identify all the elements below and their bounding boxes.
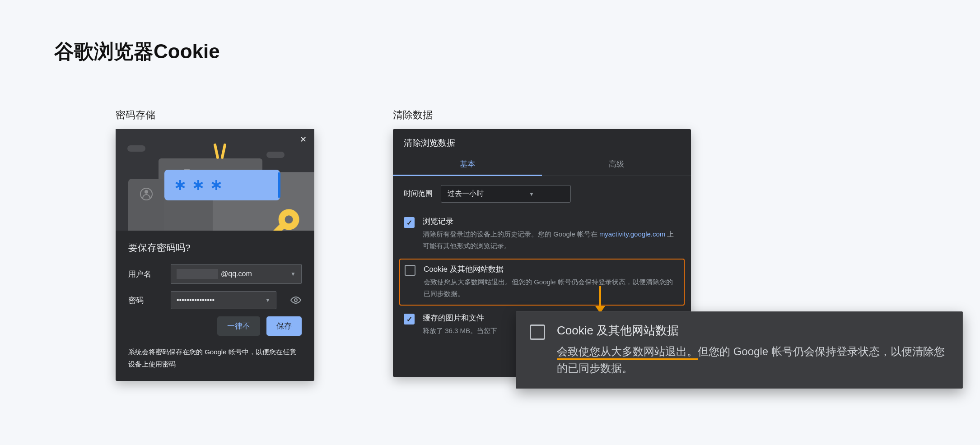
chevron-down-icon: ▼ — [290, 271, 296, 277]
cache-desc: 释放了 36.3 MB。当您下 — [423, 325, 497, 337]
never-button[interactable]: 一律不 — [217, 316, 260, 336]
chevron-down-icon: ▼ — [529, 191, 534, 197]
password-hero: ✕ — [116, 129, 314, 231]
checkbox-cache[interactable] — [404, 314, 415, 324]
cursor-indicator — [278, 172, 280, 198]
cloud-decoration — [266, 152, 285, 158]
username-label: 用户名 — [128, 269, 162, 279]
myactivity-link[interactable]: myactivity.google.com — [599, 230, 665, 238]
alert-lines — [215, 144, 225, 159]
checkbox-history[interactable] — [404, 217, 415, 228]
password-section-label: 密码存储 — [116, 108, 314, 122]
svg-point-0 — [294, 299, 297, 301]
highlighted-cookie-item: Cookie 及其他网站数据 会致使您从大多数网站退出。但您的 Google 帐… — [399, 259, 685, 306]
arrow-down-icon — [595, 286, 605, 313]
cookie-zoom-panel: Cookie 及其他网站数据 会致使您从大多数网站退出。但您的 Google 帐… — [516, 311, 963, 389]
password-select[interactable]: ••••••••••••••• ▼ — [171, 291, 276, 309]
checkbox-cookies-zoom[interactable] — [530, 324, 545, 340]
save-button[interactable]: 保存 — [266, 316, 302, 336]
zoom-desc: 会致使您从大多数网站退出。但您的 Google 帐号仍会保持登录状态，以便清除您… — [557, 343, 949, 376]
history-title: 浏览记录 — [423, 216, 680, 227]
password-value: ••••••••••••••• — [177, 296, 215, 304]
close-icon[interactable]: ✕ — [297, 134, 309, 145]
tab-advanced[interactable]: 高级 — [542, 153, 691, 176]
password-dialog-title: 要保存密码吗? — [128, 241, 302, 254]
cookies-desc: 会致使您从大多数网站退出。但您的 Google 帐号仍会保持登录状态，以便清除您… — [424, 276, 679, 299]
clear-item-history: 浏览记录 清除所有登录过的设备上的历史记录。您的 Google 帐号在 myac… — [393, 212, 691, 257]
clear-dialog-title: 清除浏览数据 — [393, 129, 691, 153]
zoom-title: Cookie 及其他网站数据 — [557, 323, 949, 338]
cache-title: 缓存的图片和文件 — [423, 313, 497, 323]
time-range-select[interactable]: 过去一小时 ▼ — [441, 185, 571, 203]
time-range-value: 过去一小时 — [448, 189, 484, 199]
avatar-icon — [140, 188, 153, 200]
username-select[interactable]: @qq.com ▼ — [171, 264, 302, 284]
password-save-dialog: ✕ 要保存密码吗? 用户名 — [116, 129, 314, 381]
password-footer-text: 系统会将密码保存在您的 Google 帐号中，以便您在任意设备上使用密码 — [116, 336, 314, 370]
history-desc: 清除所有登录过的设备上的历史记录。您的 Google 帐号在 myactivit… — [423, 228, 680, 251]
time-range-label: 时间范围 — [404, 189, 433, 199]
cookies-title: Cookie 及其他网站数据 — [424, 264, 679, 274]
clear-section-label: 清除数据 — [393, 108, 691, 122]
username-value: @qq.com — [221, 270, 252, 278]
password-label: 密码 — [128, 295, 162, 306]
page-title: 谷歌浏览器Cookie — [54, 38, 220, 65]
device-phone — [128, 179, 164, 231]
tab-basic[interactable]: 基本 — [393, 153, 542, 176]
checkbox-cookies[interactable] — [405, 265, 415, 276]
eye-icon[interactable] — [290, 294, 302, 306]
password-pill — [164, 170, 280, 200]
chevron-down-icon: ▼ — [265, 297, 271, 303]
cloud-decoration — [127, 145, 145, 152]
